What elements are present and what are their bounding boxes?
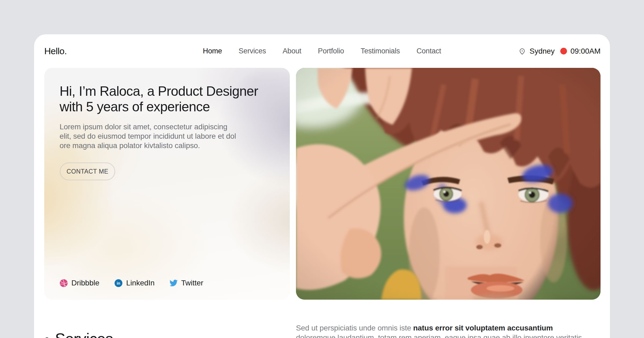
hero-section: Hi, I’m Raloca, a Product Designerwith 5… [34,68,610,300]
services-intro: Sed ut perspiciatis unde omnis iste natu… [296,323,588,338]
hero-title: Hi, I’m Raloca, a Product Designerwith 5… [60,83,290,115]
hero-description: Lorem ipsum dolor sit amet, consectetur … [60,122,290,150]
contact-me-button[interactable]: CONTACT ME [60,163,115,180]
hero-panel: Hi, I’m Raloca, a Product Designerwith 5… [44,68,290,300]
nav-item-contact[interactable]: Contact [416,47,441,55]
nav-item-about[interactable]: About [283,47,301,55]
services-heading-block: Services [44,323,296,338]
social-links: Dribbble in LinkedIn Twitter [60,279,203,287]
hero-image: Close-up portrait of a person with short… [296,68,601,300]
services-heading: Services [44,330,296,338]
location-pin-icon [518,47,526,55]
status-dot [560,48,567,54]
nav-item-home[interactable]: Home [203,47,222,55]
svg-text:in: in [117,281,120,285]
location-widget: Sydney 09:00AM [518,47,601,56]
social-link-dribbble[interactable]: Dribbble [60,279,99,287]
twitter-icon [170,279,178,287]
main-card: Hello. Home Services About Portfolio Tes… [34,34,610,338]
social-link-linkedin[interactable]: in LinkedIn [114,279,155,287]
location-time: 09:00AM [570,47,601,56]
dribbble-icon [60,279,68,287]
linkedin-icon: in [114,279,123,287]
social-link-twitter[interactable]: Twitter [170,279,203,287]
nav-item-testimonials[interactable]: Testimonials [361,47,400,55]
services-section: Services Sed ut perspiciatis unde omnis … [34,323,610,338]
nav-item-services[interactable]: Services [239,47,266,55]
header: Hello. Home Services About Portfolio Tes… [34,34,610,68]
main-nav: Home Services About Portfolio Testimonia… [203,47,441,55]
header-logo[interactable]: Hello. [44,46,67,56]
nav-item-portfolio[interactable]: Portfolio [318,47,344,55]
location-city: Sydney [530,47,555,56]
